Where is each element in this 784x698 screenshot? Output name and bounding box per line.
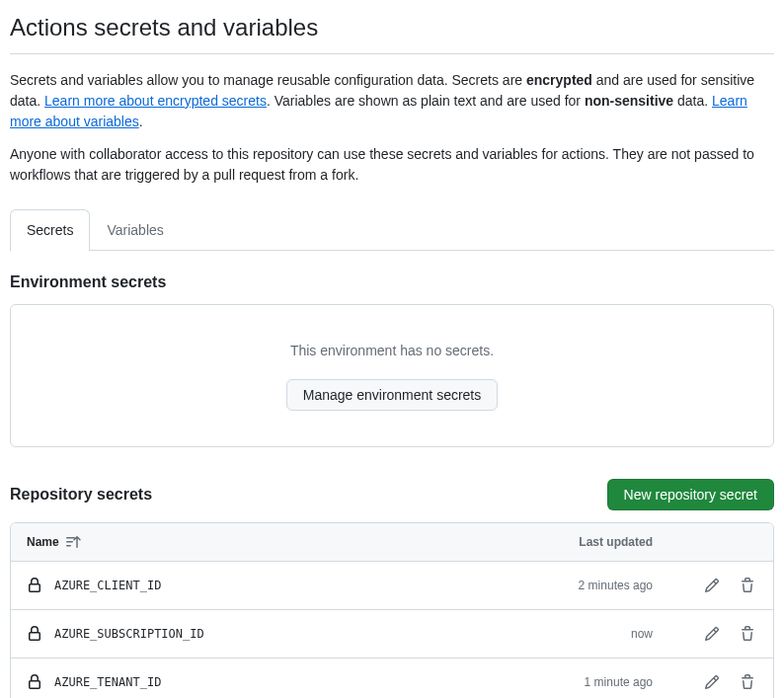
environment-secrets-heading: Environment secrets xyxy=(10,271,774,294)
lock-icon xyxy=(27,626,42,642)
desc-bold-encrypted: encrypted xyxy=(526,72,592,88)
secret-name: AZURE_TENANT_ID xyxy=(54,673,161,691)
lock-icon xyxy=(27,674,42,690)
trash-icon xyxy=(740,674,755,690)
delete-button[interactable] xyxy=(738,576,757,595)
edit-button[interactable] xyxy=(702,624,722,644)
pencil-icon xyxy=(704,674,720,690)
column-header-name[interactable]: Name xyxy=(27,533,501,551)
desc-text: . Variables are shown as plain text and … xyxy=(267,93,585,109)
desc-text: Secrets and variables allow you to manag… xyxy=(10,72,526,88)
secret-name: AZURE_CLIENT_ID xyxy=(54,577,161,594)
new-repository-secret-button[interactable]: New repository secret xyxy=(607,479,774,510)
column-header-actions xyxy=(668,533,757,551)
tab-variables[interactable]: Variables xyxy=(90,209,180,251)
trash-icon xyxy=(740,578,755,593)
edit-button[interactable] xyxy=(702,576,722,595)
desc-text: data. xyxy=(673,93,712,109)
repository-secrets-heading: Repository secrets xyxy=(10,483,152,506)
table-row: AZURE_SUBSCRIPTION_ID now xyxy=(11,610,773,659)
lock-icon xyxy=(27,578,42,593)
tab-secrets[interactable]: Secrets xyxy=(10,209,90,251)
pencil-icon xyxy=(704,578,720,593)
secret-updated: now xyxy=(501,625,668,643)
secret-updated: 2 minutes ago xyxy=(501,577,668,594)
desc-bold-nonsensitive: non-sensitive xyxy=(585,93,673,109)
environment-panel: This environment has no secrets. Manage … xyxy=(10,304,774,447)
tabs-container: Secrets Variables xyxy=(10,209,774,251)
learn-secrets-link[interactable]: Learn more about encrypted secrets xyxy=(44,93,267,109)
desc-paragraph-2: Anyone with collaborator access to this … xyxy=(10,144,774,186)
page-title: Actions secrets and variables xyxy=(10,10,774,54)
secrets-table: Name Last updated AZURE_CLIENT_ID 2 minu… xyxy=(10,522,774,698)
delete-button[interactable] xyxy=(738,624,757,644)
column-name-label: Name xyxy=(27,533,59,551)
environment-empty-text: This environment has no secrets. xyxy=(27,341,757,361)
sort-icon xyxy=(65,534,81,550)
pencil-icon xyxy=(704,626,720,642)
table-row: AZURE_TENANT_ID 1 minute ago xyxy=(11,659,773,698)
manage-environment-secrets-button[interactable]: Manage environment secrets xyxy=(286,379,499,411)
table-row: AZURE_CLIENT_ID 2 minutes ago xyxy=(11,562,773,610)
table-header: Name Last updated xyxy=(11,523,773,562)
column-header-updated: Last updated xyxy=(501,533,668,551)
edit-button[interactable] xyxy=(702,672,722,692)
description: Secrets and variables allow you to manag… xyxy=(10,70,774,186)
desc-text: . xyxy=(139,114,143,129)
trash-icon xyxy=(740,626,755,642)
secret-updated: 1 minute ago xyxy=(501,673,668,691)
delete-button[interactable] xyxy=(738,672,757,692)
secret-name: AZURE_SUBSCRIPTION_ID xyxy=(54,625,204,643)
